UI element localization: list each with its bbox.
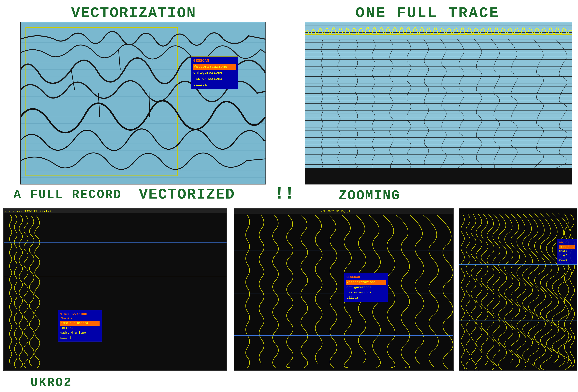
menu-box-geo-right: GEC Vett Confi Trasf Utili bbox=[557, 239, 577, 264]
screenshot-vectorized-mid: VOL_0002 PP 15,1,1 bbox=[234, 208, 454, 371]
svg-rect-70 bbox=[4, 209, 227, 371]
label-exclaim: !! bbox=[274, 184, 294, 204]
menu-item-finestre-header: finestre bbox=[60, 317, 99, 321]
menu-highlight-finestra: pamela finestra bbox=[60, 321, 99, 326]
menu-title-geo: GEC bbox=[559, 241, 575, 245]
menu-item-utili: Utili bbox=[559, 258, 575, 262]
label-one-full-trace: ONE FULL TRACE bbox=[356, 5, 500, 21]
record-status-bar: I U G VOL_0002 PP 15,1,1 bbox=[5, 210, 51, 212]
svg-rect-75 bbox=[234, 209, 454, 371]
screenshot-trace bbox=[305, 22, 572, 184]
menu-item-trasf: rasformazioni bbox=[193, 76, 236, 82]
menu-box-geoscan-mid: GEOSCAN Vettorizzazione onfigurazione ra… bbox=[344, 273, 388, 302]
menu-item-utilita-mid: tilita' bbox=[346, 295, 386, 300]
screenshot-vectorization: GEOSCAN Vettorizzazione onfigurazione ra… bbox=[20, 22, 266, 184]
screenshot-record: I U G VOL_0002 PP 15,1,1 bbox=[3, 208, 227, 371]
menu-item-trasf-mid: rasformazioni bbox=[346, 290, 386, 295]
label-vectorization: VECTORIZATION bbox=[71, 5, 196, 21]
label-vectorized: VECTORIZED bbox=[139, 186, 235, 203]
menu-item-quadro: uadro d'unione bbox=[60, 330, 99, 335]
menu-item-confi: Confi bbox=[559, 249, 575, 254]
svg-text:VOL_0002    PP   15,1,1: VOL_0002 PP 15,1,1 bbox=[321, 210, 350, 213]
menu-item-pzioni: pzioni bbox=[60, 335, 99, 340]
svg-rect-25 bbox=[305, 22, 572, 168]
menu-item-config-mid: onfigurazione bbox=[346, 285, 386, 290]
menu-box-visualizzazione: VISUALIZZAZIONE finestre pamela finestra… bbox=[58, 310, 102, 342]
menu-title-geoscan-mid: GEOSCAN bbox=[346, 274, 386, 280]
label-ukro2: UKRO2 bbox=[31, 376, 72, 390]
label-full-record: A FULL RECORD bbox=[13, 188, 122, 202]
menu-box-geoscan: GEOSCAN Vettorizzazione onfigurazione ra… bbox=[191, 56, 238, 89]
menu-title-vis: VISUALIZZAZIONE bbox=[60, 312, 99, 317]
menu-item-vettori: 'ettori bbox=[60, 326, 99, 331]
menu-highlight-vett-right: Vett bbox=[559, 245, 575, 250]
menu-highlight-vett-mid: Vettorizzazione bbox=[346, 280, 386, 285]
menu-title-geoscan: GEOSCAN bbox=[193, 58, 236, 64]
menu-item-utilita: tilita' bbox=[193, 82, 236, 88]
page-container: VECTORIZATION ONE FULL TRACE A FULL RECO… bbox=[0, 0, 578, 392]
menu-item-trasf-right: Trasf bbox=[559, 254, 575, 258]
label-zooming: ZOOMING bbox=[338, 188, 400, 203]
menu-item-config: onfigurazione bbox=[193, 70, 236, 76]
menu-highlight-vett: Vettorizzazione bbox=[193, 64, 236, 70]
svg-rect-26 bbox=[305, 168, 572, 184]
screenshot-zooming: GEC Vett Confi Trasf Utili bbox=[459, 208, 577, 371]
